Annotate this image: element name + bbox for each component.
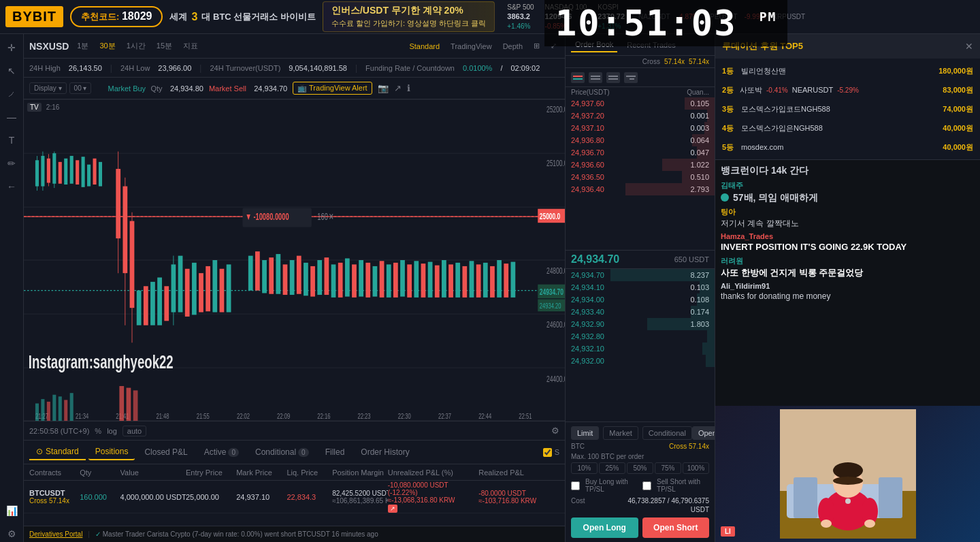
limit-btn[interactable]: Limit <box>571 426 599 440</box>
chat-feed: 뱅크런이다 14k 간다 김태주 57배, 믜임 애매하게 팅아 저기서 계속 … <box>715 160 980 406</box>
ob-ask-row[interactable]: 24,936.70 0.047 <box>566 146 715 159</box>
svg-rect-41 <box>150 282 155 325</box>
grid-btn[interactable]: ⊞ <box>531 40 542 52</box>
pct-25-btn[interactable]: 25% <box>599 462 625 474</box>
ob-ask-row[interactable]: 24,937.10 0.003 <box>566 122 715 134</box>
ob-bid-row[interactable]: 24,933.40 0.174 <box>566 306 715 318</box>
tab-standard[interactable]: ⊙ Standard <box>29 444 86 460</box>
market-buy-area: Market Buy Qty 24,934.80 <box>108 84 203 93</box>
ob-bid-row[interactable]: 24,932.10 <box>566 342 715 355</box>
tab-order-history[interactable]: Order History <box>354 445 416 460</box>
svg-rect-46 <box>178 256 183 313</box>
tradingview-alert-btn[interactable]: 📺 TradingView Alert <box>293 82 372 95</box>
ob-ask-row[interactable]: 24,937.60 0.105 <box>566 97 715 110</box>
tab-filled[interactable]: Filled <box>318 445 352 460</box>
log-toggle[interactable]: log <box>107 427 117 435</box>
cross-info: BTC Cross 57.14x <box>571 443 709 450</box>
settings-checkbox[interactable] <box>543 448 552 457</box>
top5-item-5: 5등 mosdex.com 40,000원 <box>715 138 980 157</box>
qty-mode-btn[interactable]: 00 ▾ <box>69 82 92 94</box>
text-icon[interactable]: T <box>3 132 20 148</box>
svg-rect-54 <box>248 256 253 291</box>
ob-bid-row[interactable]: 24,932.80 <box>566 330 715 342</box>
back-icon[interactable]: ← <box>3 178 20 195</box>
brush-icon[interactable]: ✏ <box>3 155 20 172</box>
ob-ask-row[interactable]: 24,936.50 0.510 <box>566 171 715 183</box>
depth-btn[interactable]: Depth <box>500 41 525 52</box>
svg-rect-82 <box>442 260 446 298</box>
svg-rect-55 <box>255 251 260 290</box>
ob-bid-row[interactable]: 24,932.90 1.803 <box>566 318 715 330</box>
col-margin: Position Margin <box>332 468 388 477</box>
market-btn[interactable]: Market <box>603 426 638 440</box>
pct-10-btn[interactable]: 10% <box>571 462 598 474</box>
ob-bid-row[interactable]: 24,932.00 <box>566 355 715 367</box>
ob-ask-row[interactable]: 24,936.80 0.064 <box>566 134 715 146</box>
ob-bid-row[interactable]: 24,934.10 0.103 <box>566 281 715 293</box>
info-icon[interactable]: ℹ <box>407 83 410 93</box>
svg-rect-89 <box>490 266 495 298</box>
chart-interval-15m[interactable]: 15분 <box>154 39 175 52</box>
ob-ask-row[interactable]: 24,937.20 0.001 <box>566 110 715 122</box>
tab-active[interactable]: Active0 <box>197 445 246 460</box>
chart-interval-1h[interactable]: 1시간 <box>124 39 148 52</box>
svg-point-140 <box>821 520 832 528</box>
top5-item-4: 4등 모스덱스가입은NGH588 40,000원 <box>715 118 980 138</box>
open-long-btn[interactable]: Open Long <box>571 517 638 538</box>
pct-50-btn[interactable]: 50% <box>627 462 653 474</box>
ad-line2: 수수료 할인 가입하기: 영상설명 하단링크 클릭 <box>331 18 486 29</box>
tab-conditional[interactable]: Conditional0 <box>248 445 316 460</box>
ob-bid-row[interactable]: 24,934.00 0.108 <box>566 293 715 306</box>
stream-close-btn[interactable]: ✕ <box>965 41 973 52</box>
ob-layout-asks[interactable] <box>589 72 602 83</box>
pct-75-btn[interactable]: 75% <box>655 462 681 474</box>
positions-header-row: Contracts Qty Value Entry Price Mark Pri… <box>24 464 565 481</box>
tab-closed-pnl[interactable]: Closed P&L <box>137 445 194 460</box>
conditional-btn[interactable]: Conditional <box>642 426 692 440</box>
ob-layout-both[interactable] <box>571 72 585 83</box>
chart-interval-30m[interactable]: 30분 <box>97 39 118 52</box>
bybit-logo: BYBIT <box>5 6 63 27</box>
position-contract: BTCUSDT Cross 57.14x <box>29 489 80 505</box>
standard-view-btn[interactable]: Standard <box>406 41 442 52</box>
pct-100-btn[interactable]: 100% <box>683 462 709 474</box>
horizontal-line-icon[interactable]: — <box>3 109 20 125</box>
svg-rect-70 <box>359 260 363 297</box>
derivatives-link[interactable]: Derivatives Portal <box>29 530 82 538</box>
crosshair-icon[interactable]: ✛ <box>3 39 20 56</box>
close-position-icon[interactable]: ↗ <box>388 505 397 513</box>
cursor-icon[interactable]: ↖ <box>3 63 20 79</box>
chart-interval-1m[interactable]: 1분 <box>74 39 91 52</box>
promo-code-box[interactable]: 추천코드: 18029 <box>70 6 163 27</box>
trend-line-icon[interactable]: ⟋ <box>3 86 20 102</box>
ob-layout-bids[interactable] <box>606 72 620 83</box>
indicator-icon[interactable]: 📊 <box>3 503 20 519</box>
ob-ask-row[interactable]: 24,936.40 2.793 <box>566 183 715 195</box>
ob-bid-row[interactable]: 24,934.70 8.237 <box>566 269 715 281</box>
ob-layout-merged[interactable] <box>624 72 638 83</box>
svg-rect-120 <box>52 395 56 421</box>
display-mode-btn[interactable]: Display ▾ <box>29 82 67 94</box>
svg-rect-43 <box>164 286 169 321</box>
svg-rect-47 <box>185 269 190 317</box>
chart-settings-icon[interactable]: ⚙ <box>551 426 559 436</box>
chat-msg-5: 러려원 사또 한방에 건지게 빅롱 주문걸었당 <box>721 256 975 279</box>
tradingview-btn[interactable]: TradingView <box>448 41 495 52</box>
cost-row: Cost 46,738.2857 / 46,790.6375 <box>571 497 709 505</box>
open-short-btn[interactable]: Open Short <box>642 517 710 538</box>
percentage-toggle[interactable]: % <box>95 427 101 435</box>
auto-scale-btn[interactable]: auto <box>122 426 146 436</box>
settings-tool-icon[interactable]: ⚙ <box>3 526 20 542</box>
svg-rect-62 <box>304 263 308 296</box>
ob-ask-row[interactable]: 24,936.60 1.022 <box>566 159 715 171</box>
camera-icon[interactable]: 📷 <box>378 83 389 93</box>
chart-indicator-btn[interactable]: 지표 <box>180 39 201 52</box>
svg-rect-60 <box>290 260 295 295</box>
sell-short-tpsl-checkbox[interactable] <box>642 481 651 490</box>
svg-rect-84 <box>455 263 460 298</box>
top5-item-3: 3등 모스덱스가입코드NGH588 74,000원 <box>715 99 980 118</box>
ad-banner[interactable]: 인버스/USDT 무기한 계약 20% 수수료 할인 가입하기: 영상설명 하단… <box>323 1 495 32</box>
share-icon[interactable]: ↗ <box>394 83 402 93</box>
tab-positions[interactable]: Positions <box>88 444 135 460</box>
buy-long-tpsl-checkbox[interactable] <box>571 481 580 490</box>
